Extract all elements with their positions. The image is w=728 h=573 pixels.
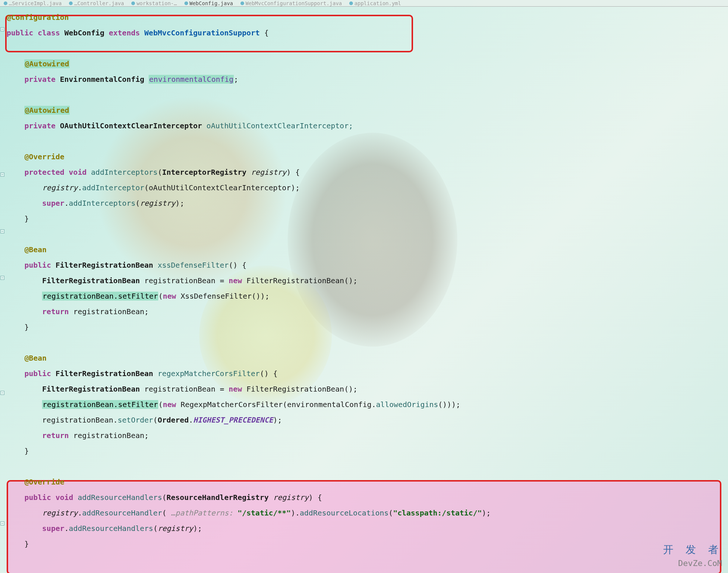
fold-toggle-icon[interactable]: − (0, 27, 4, 31)
tab-item[interactable]: workstation-… (131, 0, 177, 6)
folder-icon (131, 1, 135, 5)
tab-item[interactable]: …ServiceImpl.java (4, 0, 62, 6)
tab-item[interactable]: application.yml (349, 0, 401, 6)
java-file-icon (69, 1, 73, 5)
tab-item[interactable]: …Controller.java (69, 0, 124, 6)
tab-label: application.yml (354, 0, 401, 6)
java-file-icon (240, 1, 244, 5)
java-file-icon (4, 1, 7, 5)
editor-tabs: …ServiceImpl.java …Controller.java works… (0, 0, 728, 7)
tab-label: WebMvcConfigurationSupport.java (246, 0, 342, 6)
tab-label: …Controller.java (74, 0, 124, 6)
java-file-icon (184, 1, 188, 5)
yml-file-icon (349, 1, 353, 5)
tab-item-webconfig[interactable]: WebConfig.java (184, 0, 233, 6)
fold-toggle-icon[interactable]: − (0, 391, 4, 395)
code-content[interactable]: @Configurationpublic class WebConfig ext… (7, 10, 728, 552)
fold-toggle-icon[interactable]: − (0, 521, 4, 525)
code-editor[interactable]: − − − − − − @Configurationpublic class W… (0, 7, 728, 552)
watermark-cn: 开 发 者 (663, 543, 721, 557)
watermark-en: DevZe.CoM (678, 559, 722, 568)
tab-label: …ServiceImpl.java (9, 0, 62, 6)
fold-toggle-icon[interactable]: − (0, 173, 4, 177)
tab-item[interactable]: WebMvcConfigurationSupport.java (240, 0, 342, 6)
tab-label: workstation-… (136, 0, 177, 6)
fold-toggle-icon[interactable]: − (0, 229, 4, 233)
gutter: − − − − − − (0, 10, 5, 555)
tab-label: WebConfig.java (190, 0, 233, 6)
fold-toggle-icon[interactable]: − (0, 276, 4, 280)
